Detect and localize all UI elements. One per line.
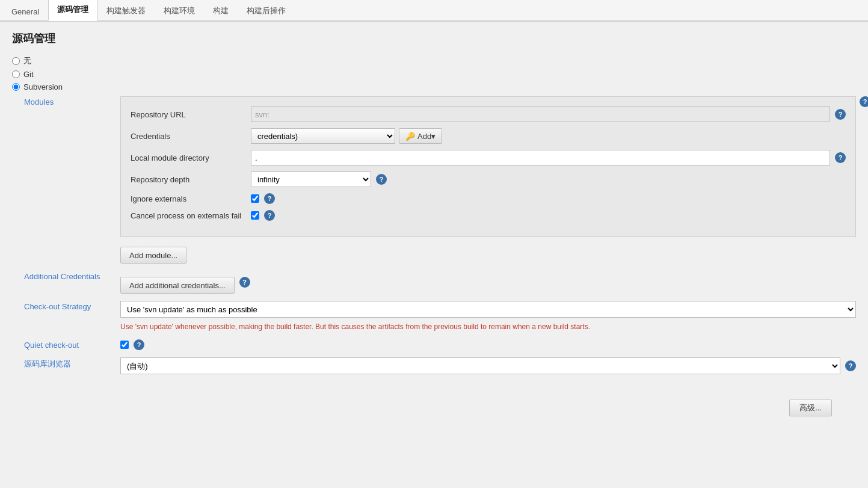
tab-bar: General 源码管理 构建触发器 构建环境 构建 构建后操作 [0, 0, 868, 22]
quiet-checkout-checkbox[interactable] [120, 341, 129, 349]
modules-content: Repository URL ? Credentials credentials… [120, 96, 856, 264]
radio-git[interactable]: Git [12, 70, 856, 79]
cancel-process-row: Cancel process on externals fail ? [131, 210, 846, 221]
quiet-checkout-section: Quiet check-out ? [24, 339, 856, 350]
ignore-externals-help-icon[interactable]: ? [264, 193, 275, 204]
tab-env[interactable]: 构建环境 [155, 0, 204, 21]
quiet-checkout-label: Quiet check-out [24, 339, 120, 350]
credentials-add-button[interactable]: 🔑 Add▾ [399, 128, 442, 144]
cancel-process-help-icon[interactable]: ? [264, 210, 275, 221]
cancel-process-checkbox[interactable] [251, 211, 259, 220]
ignore-externals-label: Ignore externals [131, 194, 251, 203]
add-additional-credentials-button[interactable]: Add additional credentials... [120, 277, 235, 294]
source-browser-content: (自动) ViewSVN FishEye WebSVN Sventon 2.x … [120, 357, 856, 374]
radio-git-input[interactable] [12, 70, 20, 78]
source-browser-help-icon[interactable]: ? [845, 360, 856, 371]
local-dir-row: Local module directory ? [131, 150, 846, 165]
subversion-help-icon[interactable]: ? [860, 96, 868, 107]
checkout-strategy-select[interactable]: Use 'svn update' as much as possible Alw… [120, 301, 856, 318]
tab-post[interactable]: 构建后操作 [238, 0, 295, 21]
source-browser-label: 源码库浏览器 [24, 357, 120, 369]
local-dir-label: Local module directory [131, 153, 251, 162]
additional-credentials-section: Additional Credentials Add additional cr… [24, 271, 856, 294]
repo-depth-help-icon[interactable]: ? [376, 174, 387, 185]
radio-subversion[interactable]: Subversion [12, 82, 856, 91]
tab-build[interactable]: 构建 [204, 0, 238, 21]
repo-url-input[interactable] [251, 107, 830, 122]
radio-none-input[interactable] [12, 57, 20, 65]
repo-url-row: Repository URL ? [131, 107, 846, 122]
advanced-button[interactable]: 高级... [789, 400, 832, 416]
repo-depth-row: Repository depth infinity empty files im… [131, 171, 846, 187]
repo-depth-select[interactable]: infinity empty files immediates [251, 171, 371, 187]
additional-credentials-content: Add additional credentials... ? [120, 271, 856, 294]
credentials-row: Credentials credentials) 🔑 Add▾ [131, 128, 846, 144]
add-label: Add▾ [417, 132, 436, 141]
key-icon: 🔑 [405, 132, 415, 141]
additional-credentials-label: Additional Credentials [24, 271, 120, 281]
checkout-strategy-label: Check-out Strategy [24, 301, 120, 311]
repo-url-label: Repository URL [131, 110, 251, 119]
checkout-description: Use 'svn update' whenever possible, maki… [120, 321, 856, 332]
checkout-strategy-content: Use 'svn update' as much as possible Alw… [120, 301, 856, 332]
ignore-externals-row: Ignore externals ? [131, 193, 846, 204]
main-content: 源码管理 无 Git Subversion ? Modules [0, 22, 868, 488]
credentials-controls: credentials) 🔑 Add▾ [251, 128, 442, 144]
additional-credentials-help-icon[interactable]: ? [239, 277, 250, 288]
source-browser-select[interactable]: (自动) ViewSVN FishEye WebSVN Sventon 2.x … [120, 357, 840, 374]
radio-svn-label: Subversion [23, 82, 63, 91]
radio-git-label: Git [23, 70, 34, 79]
add-module-container: Add module... [120, 241, 856, 264]
radio-svn-input[interactable] [12, 83, 20, 91]
ignore-externals-checkbox[interactable] [251, 194, 259, 203]
quiet-checkout-content: ? [120, 339, 856, 350]
modules-section: Modules Repository URL ? Credentials [24, 96, 856, 264]
cancel-process-label: Cancel process on externals fail [131, 211, 251, 220]
local-dir-help-icon[interactable]: ? [835, 152, 846, 163]
checkout-strategy-section: Check-out Strategy Use 'svn update' as m… [24, 301, 856, 332]
credentials-select[interactable]: credentials) [251, 128, 395, 144]
credentials-label: Credentials [131, 132, 251, 141]
source-browser-section: 源码库浏览器 (自动) ViewSVN FishEye WebSVN Svent… [24, 357, 856, 374]
tab-general[interactable]: General [2, 2, 48, 21]
modules-label: Modules [24, 96, 120, 107]
local-dir-input[interactable] [251, 150, 830, 165]
quiet-checkout-help-icon[interactable]: ? [134, 339, 144, 350]
repo-url-help-icon[interactable]: ? [835, 109, 846, 120]
scm-radio-group: 无 Git Subversion [12, 55, 856, 91]
repo-depth-label: Repository depth [131, 175, 251, 184]
tab-trigger[interactable]: 构建触发器 [97, 0, 155, 21]
tab-source[interactable]: 源码管理 [48, 0, 97, 21]
radio-none-label: 无 [23, 55, 31, 66]
modules-panel: Repository URL ? Credentials credentials… [120, 96, 856, 237]
page-title: 源码管理 [12, 31, 856, 46]
add-module-button[interactable]: Add module... [120, 247, 186, 264]
radio-none[interactable]: 无 [12, 55, 856, 66]
